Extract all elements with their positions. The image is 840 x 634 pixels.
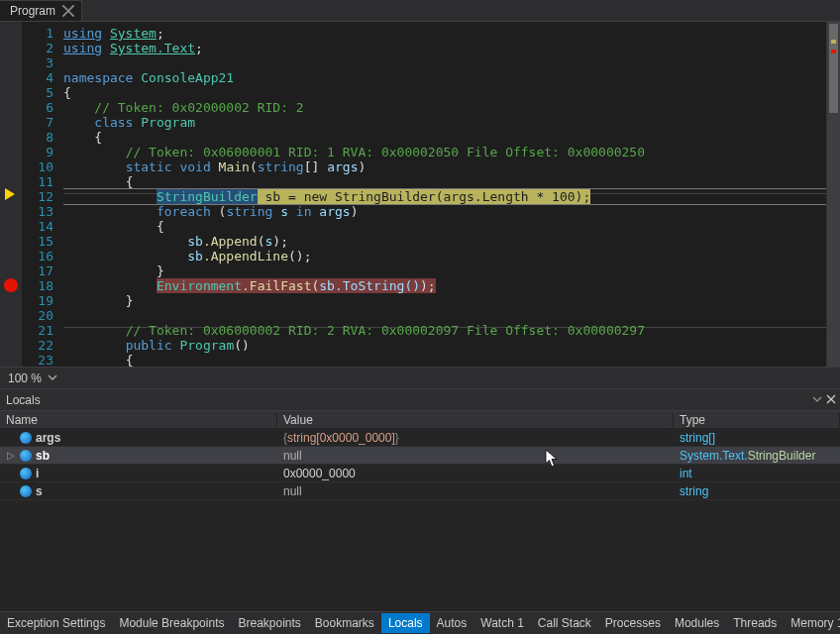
- locals-row[interactable]: args{string[0x0000_0000]}string[]: [0, 429, 840, 447]
- var-type: System.Text.StringBuilder: [674, 449, 840, 463]
- bottom-tab-exception-settings[interactable]: Exception Settings: [0, 613, 112, 633]
- bottom-tab-module-breakpoints[interactable]: Module Breakpoints: [112, 613, 231, 633]
- breakpoint-marker[interactable]: [4, 278, 18, 292]
- close-icon[interactable]: [826, 393, 836, 407]
- editor-tabstrip: Program: [0, 0, 840, 22]
- bottom-tab-watch-1[interactable]: Watch 1: [473, 613, 531, 633]
- bottom-tab-threads[interactable]: Threads: [726, 613, 784, 633]
- locals-grid[interactable]: Name Value Type args{string[0x0000_0000]…: [0, 411, 840, 611]
- tab-program[interactable]: Program: [0, 0, 82, 21]
- scroll-marker-bp: [831, 50, 836, 53]
- locals-header-row: Name Value Type: [0, 411, 840, 429]
- col-header-value[interactable]: Value: [277, 413, 674, 427]
- var-value[interactable]: {string[0x0000_0000]}: [277, 431, 674, 445]
- var-name: i: [36, 467, 39, 480]
- scroll-thumb[interactable]: [829, 24, 838, 113]
- chevron-down-icon[interactable]: [812, 393, 822, 407]
- bottom-tabstrip: Exception SettingsModule BreakpointsBrea…: [0, 611, 840, 634]
- bottom-tab-bookmarks[interactable]: Bookmarks: [308, 613, 381, 633]
- scroll-marker-current: [831, 40, 836, 44]
- expander-icon[interactable]: ▷: [6, 450, 16, 461]
- bottom-tab-autos[interactable]: Autos: [430, 613, 474, 633]
- zoom-bar: 100 %: [0, 367, 840, 388]
- code-editor[interactable]: 1234567891011121314151617181920212223 us…: [0, 22, 840, 367]
- locals-row[interactable]: snullstring: [0, 482, 840, 500]
- code-area[interactable]: using System;using System.Text; namespac…: [63, 22, 826, 367]
- variable-icon: [20, 468, 32, 479]
- var-type: string: [674, 484, 840, 498]
- col-header-name[interactable]: Name: [0, 413, 277, 427]
- col-header-type[interactable]: Type: [674, 413, 840, 427]
- var-name: s: [36, 484, 43, 498]
- locals-row[interactable]: ▷sbnullSystem.Text.StringBuilder: [0, 447, 840, 465]
- bottom-tab-locals[interactable]: Locals: [381, 613, 430, 633]
- editor-scrollbar[interactable]: [826, 22, 840, 367]
- variable-icon: [20, 485, 32, 497]
- margin-markers[interactable]: [0, 22, 22, 367]
- current-line-marker: [5, 188, 15, 200]
- locals-title: Locals: [6, 393, 41, 407]
- bottom-tab-processes[interactable]: Processes: [598, 613, 668, 633]
- bottom-tab-memory-1[interactable]: Memory 1: [784, 613, 840, 633]
- var-name: args: [36, 431, 60, 445]
- locals-row[interactable]: i0x0000_0000int: [0, 465, 840, 482]
- var-name: sb: [36, 449, 50, 463]
- variable-icon: [20, 450, 32, 462]
- chevron-down-icon[interactable]: [48, 371, 57, 385]
- var-value[interactable]: null: [277, 449, 674, 463]
- locals-titlebar: Locals: [0, 389, 840, 411]
- bottom-tab-modules[interactable]: Modules: [668, 613, 726, 633]
- line-number-gutter: 1234567891011121314151617181920212223: [22, 22, 63, 367]
- var-type: int: [674, 467, 840, 480]
- variable-icon: [20, 432, 32, 444]
- tab-label: Program: [10, 4, 55, 18]
- var-value[interactable]: 0x0000_0000: [277, 467, 674, 480]
- zoom-pct: 100 %: [4, 371, 46, 385]
- close-icon[interactable]: [61, 4, 75, 18]
- locals-panel: Locals Name Value Type args{string[0x000…: [0, 388, 840, 611]
- var-value[interactable]: null: [277, 484, 674, 498]
- var-type: string[]: [674, 431, 840, 445]
- bottom-tab-call-stack[interactable]: Call Stack: [531, 613, 598, 633]
- bottom-tab-breakpoints[interactable]: Breakpoints: [231, 613, 307, 633]
